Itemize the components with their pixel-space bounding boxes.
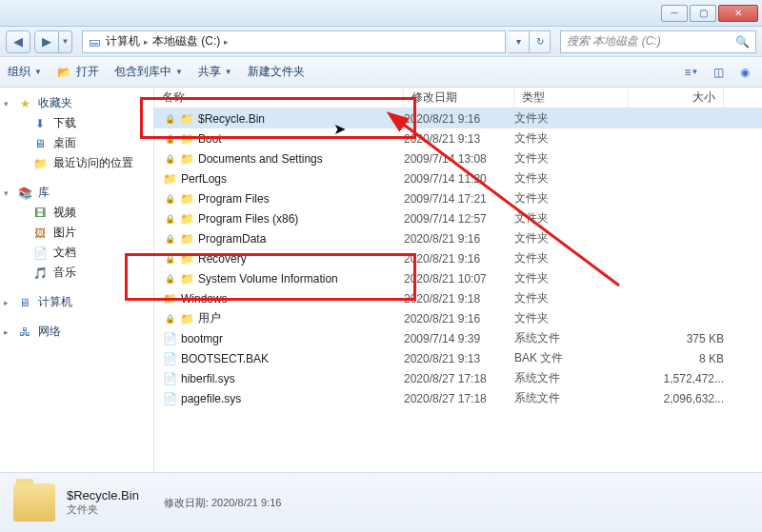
minimize-button[interactable]: ─ [661, 5, 688, 22]
chevron-down-icon: ▼ [175, 68, 183, 76]
file-list[interactable]: 🔒📁$Recycle.Bin2020/8/21 9:16文件夹🔒📁Boot202… [154, 108, 762, 472]
table-row[interactable]: 🔒📁Program Files2009/7/14 17:21文件夹 [154, 188, 762, 208]
include-library-menu[interactable]: 包含到库中▼ [114, 64, 183, 80]
search-placeholder: 搜索 本地磁盘 (C:) [567, 33, 730, 49]
folder-icon: 📁 [179, 311, 194, 326]
sidebar-favorites[interactable]: ▾★收藏夹 [0, 93, 153, 113]
folder-icon: 📁 [179, 111, 194, 127]
table-row[interactable]: 🔒📁System Volume Information2020/8/21 10:… [154, 268, 762, 288]
file-date: 2020/8/27 17:18 [404, 392, 514, 405]
toolbar: 组织▼ 📂打开 包含到库中▼ 共享▼ 新建文件夹 ≡ ▼ ◫ ◉ [0, 57, 762, 88]
sidebar-item-music[interactable]: 🎵音乐 [0, 263, 153, 283]
details-item-name: $Recycle.Bin [67, 488, 139, 502]
sidebar-item-recent[interactable]: 📁最近访问的位置 [0, 153, 153, 173]
table-row[interactable]: 🔒📁Documents and Settings2009/7/14 13:08文… [154, 148, 762, 168]
sidebar-computer[interactable]: ▸🖥计算机 [0, 292, 153, 312]
view-options-button[interactable]: ≡ ▼ [682, 64, 701, 81]
breadcrumb-segment[interactable]: 本地磁盘 (C:) [152, 33, 220, 49]
table-row[interactable]: 🔒📁用户2020/8/21 9:16文件夹 [154, 308, 762, 328]
lock-icon: 🔒 [162, 131, 177, 147]
column-date[interactable]: 修改日期 [404, 88, 514, 108]
column-name[interactable]: 名称 [154, 88, 404, 108]
file-date: 2020/8/21 10:07 [404, 272, 514, 286]
column-size[interactable]: 大小 [629, 88, 724, 108]
file-date: 2009/7/14 17:21 [404, 192, 514, 206]
address-bar[interactable]: 🖴 计算机 ▸ 本地磁盘 (C:) ▸ [82, 30, 506, 53]
table-row[interactable]: 🔒📁Boot2020/8/21 9:13文件夹 [154, 128, 762, 148]
file-size: 2,096,632... [629, 392, 724, 405]
history-dropdown[interactable]: ▼ [59, 30, 72, 53]
forward-button[interactable]: ▶ [34, 30, 59, 53]
file-date: 2020/8/21 9:16 [404, 232, 514, 246]
share-menu[interactable]: 共享▼ [198, 64, 232, 80]
file-date: 2009/7/14 13:08 [404, 152, 514, 166]
file-type: 系统文件 [514, 330, 629, 346]
help-button[interactable]: ◉ [735, 64, 754, 81]
table-row[interactable]: 📄hiberfil.sys2020/8/27 17:18系统文件1,572,47… [154, 368, 762, 388]
address-dropdown-button[interactable]: ▾ [509, 30, 530, 53]
file-date: 2020/8/21 9:16 [404, 252, 514, 266]
new-folder-button[interactable]: 新建文件夹 [248, 64, 305, 80]
table-row[interactable]: 🔒📁$Recycle.Bin2020/8/21 9:16文件夹 [154, 108, 762, 128]
table-row[interactable]: 📁Windows2020/8/21 9:18文件夹 [154, 288, 762, 308]
file-type: 文件夹 [514, 150, 629, 167]
table-row[interactable]: 📄pagefile.sys2020/8/27 17:18系统文件2,096,63… [154, 388, 762, 408]
folder-icon: 📁 [179, 251, 194, 266]
search-input[interactable]: 搜索 本地磁盘 (C:) 🔍 [560, 30, 756, 53]
file-type: 文件夹 [514, 270, 629, 286]
close-button[interactable]: ✕ [718, 5, 758, 22]
column-type[interactable]: 类型 [514, 88, 629, 108]
picture-icon: 🖼 [32, 227, 48, 240]
back-button[interactable]: ◀ [6, 30, 30, 53]
table-row[interactable]: 📁PerfLogs2009/7/14 11:20文件夹 [154, 168, 762, 188]
organize-menu[interactable]: 组织▼ [8, 64, 42, 80]
column-headers: 名称 修改日期 类型 大小 [154, 88, 762, 108]
navigation-bar: ◀ ▶ ▼ 🖴 计算机 ▸ 本地磁盘 (C:) ▸ ▾ ↻ 搜索 本地磁盘 (C… [0, 27, 762, 57]
refresh-button[interactable]: ↻ [530, 30, 551, 53]
file-type: 文件夹 [514, 110, 629, 127]
file-size: 375 KB [629, 332, 724, 345]
sidebar-libraries[interactable]: ▾📚库 [0, 183, 153, 203]
open-button[interactable]: 📂打开 [57, 64, 99, 80]
library-icon: 📚 [17, 187, 32, 200]
file-date: 2009/7/14 12:57 [404, 212, 514, 226]
maximize-button[interactable]: ▢ [690, 5, 716, 22]
lock-icon: 🔒 [162, 251, 177, 266]
breadcrumb-segment[interactable]: 计算机 [106, 33, 140, 49]
lock-icon: 🔒 [162, 211, 177, 227]
sidebar-network[interactable]: ▸🖧网络 [0, 322, 153, 342]
file-name: Program Files (x86) [198, 212, 298, 226]
lock-icon: 🔒 [162, 311, 177, 326]
lock-icon: 🔒 [162, 191, 177, 207]
document-icon: 📄 [32, 246, 48, 260]
file-icon: 📄 [162, 351, 177, 366]
lock-icon: 🔒 [162, 231, 177, 246]
file-date: 2009/7/14 9:39 [404, 332, 514, 345]
sidebar-item-downloads[interactable]: ⬇下载 [0, 113, 153, 133]
table-row[interactable]: 🔒📁Recovery2020/8/21 9:16文件夹 [154, 248, 762, 268]
chevron-right-icon: ▸ [224, 37, 229, 47]
file-type: BAK 文件 [514, 350, 629, 366]
file-date: 2020/8/21 9:13 [404, 132, 514, 146]
table-row[interactable]: 📄BOOTSECT.BAK2020/8/21 9:13BAK 文件8 KB [154, 348, 762, 368]
file-date: 2020/8/21 9:16 [404, 112, 514, 126]
table-row[interactable]: 🔒📁ProgramData2020/8/21 9:16文件夹 [154, 228, 762, 248]
details-item-type: 文件夹 [67, 502, 139, 517]
table-row[interactable]: 📄bootmgr2009/7/14 9:39系统文件375 KB [154, 328, 762, 348]
preview-pane-button[interactable]: ◫ [709, 64, 728, 81]
video-icon: 🎞 [32, 207, 48, 220]
address-buttons: ▾ ↻ [509, 30, 551, 53]
sidebar-item-desktop[interactable]: 🖥桌面 [0, 133, 153, 153]
sidebar-item-pictures[interactable]: 🖼图片 [0, 223, 153, 243]
table-row[interactable]: 🔒📁Program Files (x86)2009/7/14 12:57文件夹 [154, 208, 762, 228]
file-type: 系统文件 [514, 370, 629, 386]
recent-icon: 📁 [32, 157, 48, 170]
file-name: $Recycle.Bin [198, 112, 265, 126]
sidebar-item-videos[interactable]: 🎞视频 [0, 203, 153, 223]
sidebar-item-documents[interactable]: 📄文档 [0, 243, 153, 263]
file-type: 文件夹 [514, 230, 629, 246]
file-name: hiberfil.sys [181, 372, 235, 385]
file-icon: 📄 [162, 331, 177, 346]
file-name: pagefile.sys [181, 392, 241, 405]
open-icon: 📂 [57, 66, 72, 79]
